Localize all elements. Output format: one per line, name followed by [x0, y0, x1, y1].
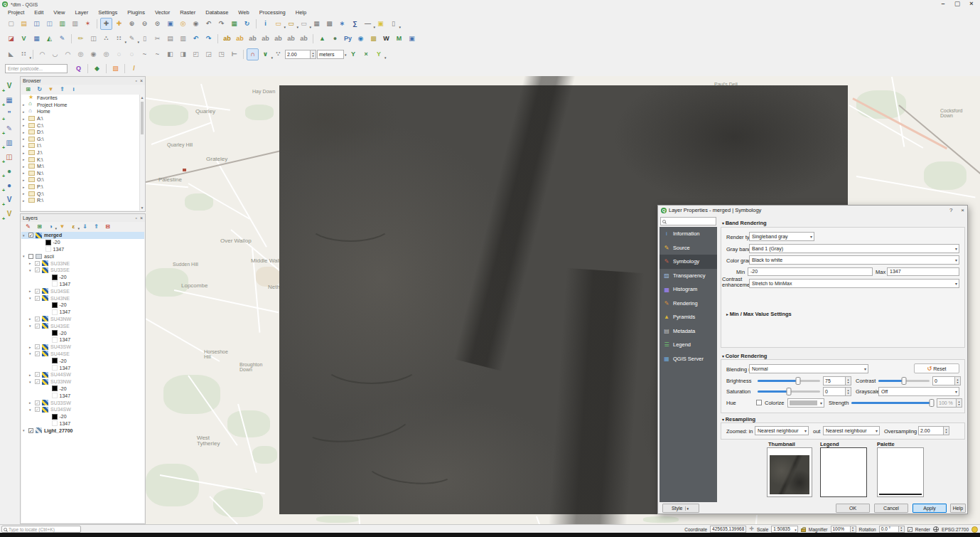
zoom-in-tool[interactable]: ⊕▾: [126, 18, 138, 30]
browser-item[interactable]: ▸ K:\: [21, 156, 139, 163]
colorize-color-select[interactable]: [787, 398, 824, 408]
nav-histogram[interactable]: ▅ Histogram: [659, 282, 717, 297]
new-3d-map-button[interactable]: ▦▾: [228, 18, 240, 30]
browser-item[interactable]: ▸ J:\: [21, 149, 139, 156]
collapse-all-layers-button[interactable]: ⇑▾: [92, 223, 101, 231]
remove-layer-button[interactable]: ⊟▾: [103, 223, 112, 231]
save-project-button[interactable]: ◫▾: [31, 18, 43, 30]
grayscale-select[interactable]: Off: [878, 387, 959, 396]
offset-curve-tool[interactable]: ~▾: [139, 48, 151, 60]
nav-metadata[interactable]: ▤ Metadata: [659, 324, 717, 339]
add-raster-layer-button[interactable]: ▦▾: [31, 33, 43, 45]
split-features-tool[interactable]: ◨▾: [177, 48, 189, 60]
close-layers-button[interactable]: ×: [140, 215, 143, 222]
show-layout-manager-button[interactable]: ▥▾: [69, 18, 81, 30]
layer-item[interactable]: -20: [21, 239, 144, 246]
contrast-enhancement-select[interactable]: Stretch to MinMax: [749, 279, 959, 288]
layer-item[interactable]: -20: [21, 386, 144, 393]
layer-item[interactable]: -20: [21, 302, 144, 309]
layer-checkbox[interactable]: [35, 407, 40, 412]
open-layer-styling-button[interactable]: ✎▾: [23, 223, 33, 231]
add-delimited-text-button[interactable]: ”: [3, 109, 16, 119]
browser-item[interactable]: ▸ C:\: [21, 122, 139, 129]
measure-tool[interactable]: ―▾: [362, 18, 374, 30]
copy-features-button[interactable]: ▤▾: [164, 33, 176, 45]
delete-part-tool[interactable]: ◌▾: [126, 48, 138, 60]
save-layer-edits-button[interactable]: ◫▾: [87, 33, 99, 45]
add-mesh-layer-button[interactable]: ◭▾: [43, 33, 55, 45]
menu-item[interactable]: Project: [3, 9, 29, 16]
magnifier-spin[interactable]: 100%: [831, 526, 856, 533]
browser-item[interactable]: ▸ R:\: [21, 197, 139, 204]
layer-item[interactable]: ▸ SU33SW: [21, 399, 144, 406]
layer-item[interactable]: ▾ ascii: [21, 252, 144, 260]
move-feature-tool[interactable]: ◠▾: [36, 48, 48, 60]
layer-item[interactable]: -20: [21, 274, 144, 281]
layer-item[interactable]: 1347: [21, 246, 144, 253]
layer-diagram-button[interactable]: ab▾: [234, 33, 246, 45]
postcode-input[interactable]: Enter postcode...: [5, 64, 68, 73]
blending-mode-select[interactable]: Normal: [749, 364, 868, 373]
select-features-tool[interactable]: ▭▾: [272, 18, 284, 30]
polygon-plugin-button[interactable]: ◆▾: [91, 63, 103, 75]
open-data-source-manager-button[interactable]: ◪▾: [5, 33, 17, 45]
menu-item[interactable]: Database: [200, 9, 233, 16]
undock-layers-button[interactable]: ▫: [135, 215, 136, 222]
expand-all-button[interactable]: ⇓▾: [80, 223, 90, 231]
menu-item[interactable]: Processing: [254, 9, 291, 16]
add-group-button[interactable]: ⊞▾: [35, 223, 44, 231]
layer-item[interactable]: ▾ SU43NE: [21, 294, 144, 302]
browser-item[interactable]: ▸ Q:\: [21, 190, 139, 197]
saturation-slider[interactable]: [758, 388, 820, 395]
layer-item[interactable]: ▾ SU33NW: [21, 378, 144, 386]
zoom-last-button[interactable]: ↶▾: [203, 18, 215, 30]
nav-pyramids[interactable]: ▲ Pyramids: [659, 310, 717, 324]
locate-input[interactable]: Type to locate (Ctrl+K): [1, 526, 81, 533]
open-project-button[interactable]: ▤▾: [18, 18, 30, 30]
dialog-search-input[interactable]: [660, 217, 716, 225]
crs-globe-icon[interactable]: [933, 526, 939, 532]
browser-item[interactable]: ▸ D:\: [21, 129, 139, 136]
profile-plugin-button[interactable]: /▾: [128, 63, 140, 75]
layer-item[interactable]: ▸ SU44SW: [21, 371, 144, 378]
max-value-input[interactable]: 1347: [887, 267, 959, 276]
oversampling-spin[interactable]: 2.00: [918, 426, 949, 435]
nav-symbology[interactable]: ✎ Symbology: [659, 255, 717, 269]
reshape-features-tool[interactable]: ~▾: [151, 48, 163, 60]
collapse-all-button[interactable]: ⇑: [58, 85, 67, 94]
layer-item[interactable]: 1347: [21, 336, 144, 344]
layer-item[interactable]: ▾ SU44SE: [21, 351, 144, 358]
delete-selected-button[interactable]: ▯▾: [139, 33, 151, 45]
minimize-button[interactable]: –: [936, 0, 950, 9]
style-manager-button[interactable]: ✶▾: [82, 18, 94, 30]
layer-item[interactable]: 1347: [21, 281, 144, 288]
resampling-header[interactable]: Resampling: [722, 416, 755, 422]
layer-item[interactable]: 1347: [21, 309, 144, 316]
layer-item[interactable]: -20: [21, 357, 144, 364]
refresh-button[interactable]: ↻▾: [241, 18, 253, 30]
browser-scrollbar[interactable]: ▲▼: [139, 95, 144, 211]
layer-item[interactable]: 1347: [21, 420, 144, 427]
save-project-as-button[interactable]: ◫▾: [43, 18, 55, 30]
trim-extend-tool[interactable]: ⊢▾: [228, 48, 240, 60]
metasearch-button[interactable]: ◉▾: [355, 33, 367, 45]
cancel-button[interactable]: Cancel: [874, 504, 908, 513]
layer-checkbox[interactable]: [35, 344, 40, 349]
layer-checkbox[interactable]: [35, 400, 40, 405]
plugin-help-button[interactable]: ▣▾: [406, 33, 418, 45]
browser-item[interactable]: Favorites: [21, 95, 139, 102]
add-wfs-layer-button[interactable]: V: [3, 194, 16, 205]
refresh-browser-button[interactable]: ↻: [35, 85, 44, 94]
zoom-next-button[interactable]: ↷▾: [215, 18, 227, 30]
layer-checkbox[interactable]: [35, 372, 40, 377]
layer-item[interactable]: -20: [21, 413, 144, 420]
lock-icon[interactable]: [801, 528, 806, 532]
layer-item[interactable]: ▾ SU34SW: [21, 406, 144, 413]
plugin-m-button[interactable]: M▾: [393, 33, 405, 45]
modify-attributes-tool[interactable]: ✎▾: [126, 33, 138, 45]
snapping-units-combo[interactable]: meters▾: [317, 48, 347, 60]
saturation-spin[interactable]: 0: [823, 387, 851, 396]
layer-checkbox[interactable]: [28, 254, 33, 259]
menu-item[interactable]: View: [48, 9, 70, 16]
field-calculator-button[interactable]: ▩▾: [323, 18, 335, 30]
